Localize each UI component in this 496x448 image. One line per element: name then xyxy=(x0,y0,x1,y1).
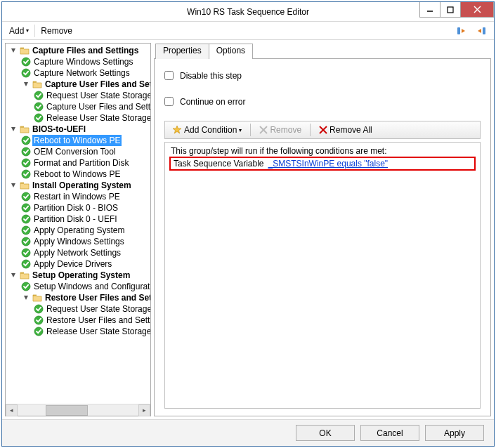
check-icon xyxy=(21,147,31,157)
scroll-right-button[interactable]: ▸ xyxy=(138,404,150,416)
minimize-button[interactable] xyxy=(419,2,440,18)
tree-label: Capture Windows Settings xyxy=(32,56,134,67)
disable-step-input[interactable] xyxy=(164,71,174,80)
check-icon xyxy=(21,214,31,224)
tree-label: Capture Network Settings xyxy=(32,67,131,79)
tree-step[interactable]: Apply Device Drivers xyxy=(6,258,150,270)
tree-step[interactable]: OEM Conversion Tool xyxy=(6,146,150,157)
scroll-track[interactable] xyxy=(18,404,138,416)
tree-step[interactable]: Apply Operating System xyxy=(6,225,150,236)
folder-icon xyxy=(20,46,30,55)
continue-on-error-input[interactable] xyxy=(164,97,174,106)
task-sequence-tree[interactable]: Capture Files and SettingsCapture Window… xyxy=(6,44,150,404)
tree-group[interactable]: Capture User Files and Settings xyxy=(6,79,150,90)
tree-step[interactable]: Reboot to Windows PE xyxy=(6,135,150,146)
check-icon xyxy=(21,136,31,145)
tab-options[interactable]: Options xyxy=(209,44,253,59)
tree-step[interactable]: Reboot to Windows PE xyxy=(6,169,150,180)
tree-group[interactable]: Restore User Files and Settings xyxy=(6,292,150,303)
tree-label: Restart in Windows PE xyxy=(32,191,122,202)
tree-label: Restore User Files and Settings xyxy=(44,292,150,303)
scroll-thumb[interactable] xyxy=(46,405,88,416)
window-controls xyxy=(420,2,494,18)
tree-step[interactable]: Setup Windows and Configuration Manager xyxy=(6,281,150,292)
folder-icon xyxy=(32,293,42,303)
check-icon xyxy=(34,91,44,100)
move-left-icon[interactable] xyxy=(471,24,491,38)
horizontal-scrollbar[interactable]: ◂ ▸ xyxy=(6,404,150,416)
tree-step[interactable]: Restart in Windows PE xyxy=(6,191,150,202)
tree-step[interactable]: Release User State Storage xyxy=(6,326,150,337)
right-pane: Properties Options Disable this step Con… xyxy=(154,43,491,416)
tree-label: Release User State Storage xyxy=(45,112,150,124)
check-icon xyxy=(21,282,31,291)
scroll-left-button[interactable]: ◂ xyxy=(6,404,18,416)
check-icon xyxy=(21,259,31,269)
tree-label: BIOS-to-UEFI xyxy=(31,124,87,135)
tree-label: Apply Operating System xyxy=(32,225,126,236)
continue-on-error-checkbox[interactable]: Continue on error xyxy=(162,95,483,108)
tree-label: OEM Conversion Tool xyxy=(32,146,117,157)
titlebar: Win10 RS Task Sequence Editor xyxy=(2,2,494,22)
svg-rect-4 xyxy=(457,27,460,34)
conditions-list[interactable]: This group/step will run if the followin… xyxy=(164,142,481,409)
window: Win10 RS Task Sequence Editor Add▾ Remov… xyxy=(1,1,495,447)
check-icon xyxy=(34,315,44,325)
x-icon xyxy=(259,126,268,134)
check-icon xyxy=(34,327,44,336)
tree-step[interactable]: Apply Windows Settings xyxy=(6,236,150,247)
check-icon xyxy=(34,102,44,112)
window-title: Win10 RS Task Sequence Editor xyxy=(187,7,309,17)
folder-icon xyxy=(32,79,42,89)
dropdown-icon: ▾ xyxy=(26,27,29,34)
tree-label: Apply Network Settings xyxy=(32,247,122,258)
expander-icon[interactable] xyxy=(21,293,31,303)
svg-marker-26 xyxy=(173,126,181,133)
remove-condition-button[interactable]: Remove xyxy=(256,124,304,136)
remove-all-button[interactable]: Remove All xyxy=(316,124,375,136)
maximize-button[interactable] xyxy=(440,2,461,18)
ok-button[interactable]: OK xyxy=(296,425,355,441)
expander-icon[interactable] xyxy=(21,79,31,89)
tree-label: Apply Device Drivers xyxy=(32,258,113,270)
expander-icon[interactable] xyxy=(8,124,18,134)
add-condition-button[interactable]: Add Condition ▾ xyxy=(169,124,244,136)
check-icon xyxy=(21,57,31,67)
remove-button[interactable]: Remove xyxy=(37,25,77,37)
expander-icon[interactable] xyxy=(8,180,18,190)
tree-group[interactable]: Capture Files and Settings xyxy=(6,45,150,56)
tree-step[interactable]: Request User State Storage xyxy=(6,90,150,101)
tree-step[interactable]: Capture Network Settings xyxy=(6,67,150,79)
tab-body: Disable this step Continue on error Add … xyxy=(154,58,491,416)
tree-label: Capture Files and Settings xyxy=(31,45,140,56)
check-icon xyxy=(21,169,31,179)
tree-group[interactable]: Setup Operating System xyxy=(6,270,150,281)
tree-step[interactable]: Capture Windows Settings xyxy=(6,56,150,67)
tree-step[interactable]: Release User State Storage xyxy=(6,112,150,124)
cancel-button[interactable]: Cancel xyxy=(360,425,419,441)
disable-step-checkbox[interactable]: Disable this step xyxy=(162,69,483,82)
tree-label: Request User State Storage xyxy=(45,303,150,315)
add-button[interactable]: Add▾ xyxy=(5,25,33,37)
tree-label: Partition Disk 0 - UEFI xyxy=(32,213,119,225)
apply-button[interactable]: Apply xyxy=(425,425,484,441)
condition-value-link[interactable]: _SMSTSInWinPE equals "false" xyxy=(268,159,389,169)
tree-step[interactable]: Format and Partition Disk xyxy=(6,157,150,169)
close-button[interactable] xyxy=(460,2,494,18)
tab-properties[interactable]: Properties xyxy=(155,44,209,59)
tree-step[interactable]: Capture User Files and Settings xyxy=(6,101,150,112)
tree-step[interactable]: Partition Disk 0 - BIOS xyxy=(6,202,150,213)
tree-step[interactable]: Request User State Storage xyxy=(6,303,150,315)
tree-group[interactable]: Install Operating System xyxy=(6,180,150,191)
tree-step[interactable]: Restore User Files and Settings xyxy=(6,315,150,326)
expander-icon[interactable] xyxy=(8,270,18,280)
move-right-icon[interactable] xyxy=(452,24,471,38)
tree-label: Partition Disk 0 - BIOS xyxy=(32,202,119,213)
tree-step[interactable]: Partition Disk 0 - UEFI xyxy=(6,213,150,225)
separator xyxy=(34,25,35,37)
tree-group[interactable]: BIOS-to-UEFI xyxy=(6,124,150,135)
tree-step[interactable]: Apply Network Settings xyxy=(6,247,150,258)
condition-row[interactable]: Task Sequence Variable _SMSTSInWinPE equ… xyxy=(169,157,476,171)
expander-icon[interactable] xyxy=(8,46,18,55)
tree-label: Restore User Files and Settings xyxy=(45,315,150,326)
